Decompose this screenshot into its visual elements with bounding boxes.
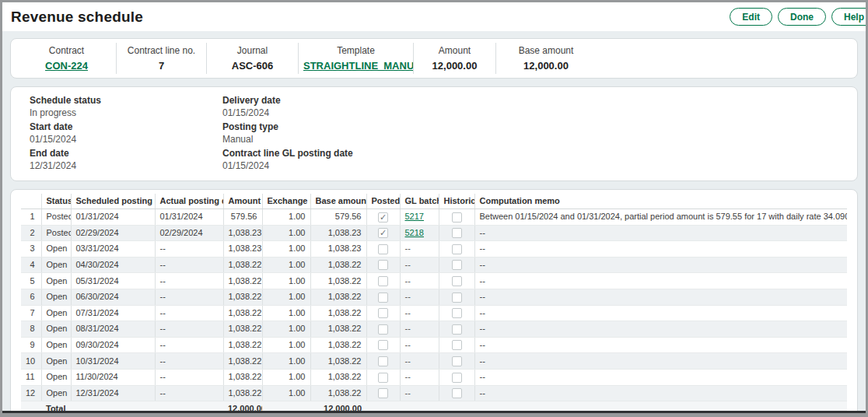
actual-posting-date-cell: -- xyxy=(155,337,223,353)
table-row: 7 Open 07/31/2024 -- 1,038.22 1.00 1,038… xyxy=(21,305,847,321)
gl-batch-cell: -- xyxy=(400,369,439,385)
posted-checkbox[interactable] xyxy=(378,244,388,254)
table-row: 6 Open 06/30/2024 -- 1,038.22 1.00 1,038… xyxy=(21,289,847,305)
scheduled-posting-date-cell: 10/31/2024 xyxy=(71,353,155,370)
gl-batch-cell: -- xyxy=(400,273,439,289)
exchange-rate-cell: 1.00 xyxy=(262,369,310,385)
contract-label: Contract xyxy=(22,45,111,56)
help-button[interactable]: Help xyxy=(831,8,866,26)
scheduled-posting-date-cell: 05/31/2024 xyxy=(71,273,155,289)
historical-checkbox[interactable] xyxy=(452,340,462,350)
exchange-rate-cell: 1.00 xyxy=(262,289,310,305)
posted-checkbox[interactable] xyxy=(378,308,388,318)
historical-checkbox[interactable] xyxy=(452,244,462,254)
computation-memo-cell: -- xyxy=(474,257,847,273)
summary-field-template: Template STRAIGHTLINE_MANUA xyxy=(299,43,414,74)
row-number: 6 xyxy=(21,289,41,305)
gl-batch-cell: -- xyxy=(400,305,439,321)
header-row-number xyxy=(21,194,41,209)
historical-checkbox[interactable] xyxy=(452,212,462,223)
details-right-column: Delivery date 01/15/2024 Posting type Ma… xyxy=(222,95,838,174)
gl-batch-empty: -- xyxy=(405,388,411,398)
schedule-table-card: Status Scheduled posting date Actual pos… xyxy=(10,189,858,413)
row-number: 7 xyxy=(21,305,41,321)
base-amount-cell: 1,038.22 xyxy=(310,273,366,289)
journal-label: Journal xyxy=(212,45,293,56)
row-number: 10 xyxy=(21,353,41,370)
gl-batch-empty: -- xyxy=(405,276,411,286)
row-number: 1 xyxy=(21,209,41,226)
posted-cell xyxy=(366,305,400,321)
posted-checkbox[interactable] xyxy=(378,212,388,223)
summary-strip: Contract CON-224 Contract line no. 7 Jou… xyxy=(10,38,858,79)
header-base-amount: Base amount xyxy=(310,194,366,209)
summary-field-contract-line-no: Contract line no. 7 xyxy=(117,43,207,74)
posted-cell xyxy=(366,257,400,273)
status-cell: Posted xyxy=(41,225,71,241)
scheduled-posting-date-cell: 03/31/2024 xyxy=(71,241,155,258)
actual-posting-date-cell: -- xyxy=(155,257,223,273)
amount-cell: 1,038.22 xyxy=(223,385,262,401)
exchange-rate-cell: 1.00 xyxy=(262,257,310,273)
header-gl-batch: GL batch xyxy=(400,194,439,209)
posted-checkbox[interactable] xyxy=(378,293,388,303)
historical-cell xyxy=(439,305,474,321)
edit-button[interactable]: Edit xyxy=(730,8,772,26)
historical-checkbox[interactable] xyxy=(452,260,462,270)
posted-checkbox[interactable] xyxy=(378,260,388,270)
page-header: Revenue schedule Edit Done Help xyxy=(2,2,866,31)
historical-checkbox[interactable] xyxy=(452,388,462,398)
table-row: 8 Open 08/31/2024 -- 1,038.22 1.00 1,038… xyxy=(21,321,847,338)
posted-cell xyxy=(366,241,400,258)
historical-checkbox[interactable] xyxy=(452,293,462,303)
table-row: 1 Posted 01/31/2024 01/31/2024 579.56 1.… xyxy=(21,209,847,226)
historical-checkbox[interactable] xyxy=(452,324,462,335)
summary-field-base-amount: Base amount 12,000.00 xyxy=(496,43,596,74)
contract-line-no-value: 7 xyxy=(121,60,201,72)
delivery-date-label: Delivery date xyxy=(222,95,838,107)
amount-cell: 1,038.22 xyxy=(223,321,262,338)
historical-checkbox[interactable] xyxy=(452,356,462,366)
gl-batch-empty: -- xyxy=(405,244,411,253)
historical-cell xyxy=(439,289,474,305)
end-date-label: End date xyxy=(30,148,222,159)
historical-checkbox[interactable] xyxy=(452,373,462,383)
posted-checkbox[interactable] xyxy=(378,356,388,366)
gl-batch-empty: -- xyxy=(405,292,411,301)
status-cell: Posted xyxy=(41,209,71,226)
schedule-status-value: In progress xyxy=(30,107,222,118)
computation-memo-cell: Between 01/15/2024 and 01/31/2024, parti… xyxy=(474,209,847,226)
amount-cell: 1,038.22 xyxy=(223,273,262,289)
done-button[interactable]: Done xyxy=(778,8,826,26)
posted-checkbox[interactable] xyxy=(378,228,388,238)
posted-checkbox[interactable] xyxy=(378,276,388,286)
posted-cell xyxy=(366,273,400,289)
header-actions: Edit Done Help xyxy=(730,8,866,26)
base-amount-cell: 1,038.22 xyxy=(310,337,366,353)
status-cell: Open xyxy=(41,353,71,370)
actual-posting-date-cell: 01/31/2024 xyxy=(155,209,223,226)
base-amount-label: Base amount xyxy=(501,45,591,56)
actual-posting-date-cell: -- xyxy=(155,289,223,305)
posted-cell xyxy=(366,353,400,370)
start-date-label: Start date xyxy=(30,121,222,133)
posted-checkbox[interactable] xyxy=(378,324,388,335)
posted-checkbox[interactable] xyxy=(378,373,388,383)
posted-cell xyxy=(366,289,400,305)
posted-checkbox[interactable] xyxy=(378,388,388,398)
gl-batch-link[interactable]: 5218 xyxy=(405,228,424,237)
posted-checkbox[interactable] xyxy=(378,340,388,350)
historical-checkbox[interactable] xyxy=(452,308,462,318)
exchange-rate-cell: 1.00 xyxy=(262,209,310,226)
template-link[interactable]: STRAIGHTLINE_MANUA xyxy=(303,60,414,72)
gl-batch-link[interactable]: 5217 xyxy=(405,212,424,221)
schedule-details-card: Schedule status In progress Start date 0… xyxy=(10,86,858,181)
contract-line-no-label: Contract line no. xyxy=(121,45,201,56)
contract-link[interactable]: CON-224 xyxy=(45,60,88,72)
historical-checkbox[interactable] xyxy=(452,276,462,286)
base-amount-value: 12,000.00 xyxy=(501,60,591,72)
status-cell: Open xyxy=(41,273,71,289)
historical-checkbox[interactable] xyxy=(452,228,462,238)
gl-batch-empty: -- xyxy=(405,372,411,381)
table-row: 12 Open 12/31/2024 -- 1,038.22 1.00 1,03… xyxy=(21,385,847,401)
